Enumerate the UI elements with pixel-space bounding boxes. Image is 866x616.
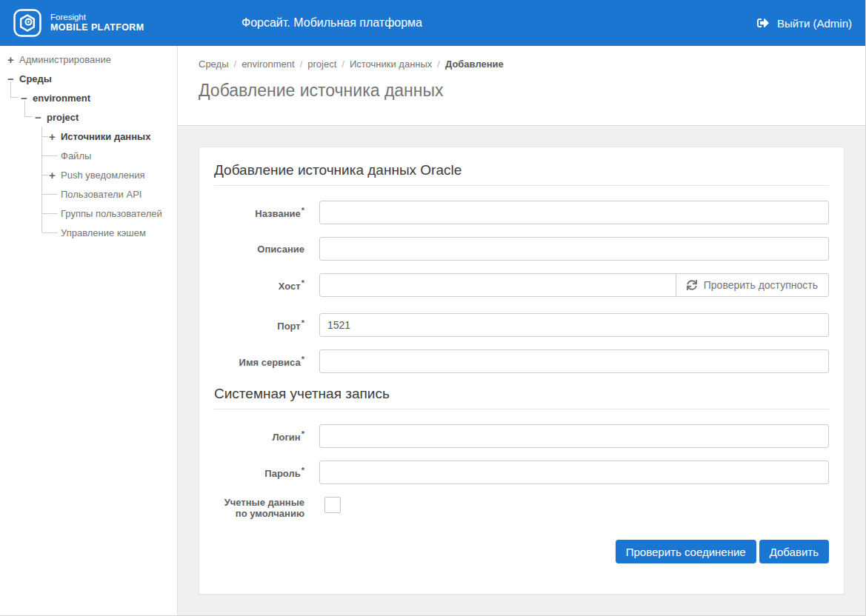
brand-line1: Foresight bbox=[50, 12, 144, 22]
form-row-service-name: Имя сервиса* bbox=[214, 349, 829, 373]
port-label: Порт* bbox=[214, 318, 304, 332]
form-row-name: Название* bbox=[214, 201, 829, 224]
sidebar: + Администрирование − Среды − environmen… bbox=[0, 46, 178, 615]
tree-item-label: Среды bbox=[19, 73, 52, 84]
breadcrumb-current: Добавление bbox=[445, 58, 504, 70]
tree-item-label: Управление кэшем bbox=[61, 227, 146, 238]
plus-icon[interactable]: + bbox=[49, 131, 61, 142]
required-asterisk: * bbox=[302, 355, 304, 364]
port-input[interactable] bbox=[319, 313, 829, 337]
tree-item-label: project bbox=[47, 112, 79, 123]
sidebar-item-files[interactable]: Файлы bbox=[0, 146, 177, 165]
app-window: Foresight MOBILE PLATFORM Форсайт. Мобил… bbox=[0, 0, 866, 616]
sidebar-item-user-groups[interactable]: Группы пользователей bbox=[0, 204, 177, 223]
sidebar-item-push-notifications[interactable]: + Push уведомления bbox=[0, 165, 177, 184]
password-label: Пароль* bbox=[214, 465, 304, 479]
test-connection-button[interactable]: Проверить соединение bbox=[616, 540, 756, 563]
add-datasource-form-card: Добавление источника данных Oracle Назва… bbox=[199, 147, 845, 595]
form-row-default-credentials: Учетные данные по умолчанию bbox=[214, 497, 829, 519]
login-input[interactable] bbox=[319, 424, 829, 448]
app-title: Форсайт. Мобильная платформа bbox=[242, 16, 422, 30]
foresight-logo-icon bbox=[13, 9, 41, 37]
sign-out-icon bbox=[757, 17, 769, 29]
breadcrumb-separator: / bbox=[437, 58, 440, 70]
breadcrumb-item[interactable]: Источники данных bbox=[350, 58, 432, 70]
check-availability-label: Проверить доступность bbox=[704, 279, 818, 291]
check-availability-button[interactable]: Проверить доступность bbox=[676, 273, 829, 297]
breadcrumb-separator: / bbox=[300, 58, 303, 70]
form-row-description: Описание bbox=[214, 237, 829, 261]
plus-icon[interactable]: + bbox=[49, 170, 61, 181]
page-title: Добавление источника данных bbox=[199, 81, 845, 101]
form-actions: Проверить соединение Добавить bbox=[214, 540, 829, 563]
content-body: Добавление источника данных Oracle Назва… bbox=[178, 126, 865, 615]
breadcrumb-separator: / bbox=[342, 58, 344, 70]
default-credentials-label: Учетные данные по умолчанию bbox=[214, 497, 304, 519]
form-row-password: Пароль* bbox=[214, 461, 829, 484]
name-input[interactable] bbox=[319, 201, 829, 224]
tree-connector bbox=[41, 223, 42, 232]
host-input-group: Проверить доступность bbox=[319, 273, 829, 297]
tree-item-label: Push уведомления bbox=[61, 170, 145, 181]
tree-item-label: environment bbox=[33, 93, 90, 104]
tree-connector bbox=[42, 155, 58, 156]
add-button[interactable]: Добавить bbox=[759, 540, 829, 563]
host-input[interactable] bbox=[319, 273, 676, 297]
app-header: Foresight MOBILE PLATFORM Форсайт. Мобил… bbox=[0, 0, 865, 46]
tree-connector bbox=[42, 232, 58, 233]
brand-line2: MOBILE PLATFORM bbox=[50, 22, 144, 34]
form-row-host: Хост* Проверить доступность bbox=[214, 273, 829, 297]
tree-item-label: Источники данных bbox=[61, 131, 150, 142]
required-asterisk: * bbox=[302, 429, 304, 438]
required-asterisk: * bbox=[302, 278, 304, 287]
breadcrumb-item[interactable]: project bbox=[307, 58, 336, 70]
minus-icon[interactable]: − bbox=[35, 112, 47, 123]
password-input[interactable] bbox=[319, 461, 829, 484]
form-section-title-oracle: Добавление источника данных Oracle bbox=[214, 162, 829, 186]
breadcrumb-item[interactable]: Среды bbox=[199, 58, 229, 70]
logout-button[interactable]: Выйти (Admin) bbox=[757, 17, 852, 30]
default-credentials-checkbox[interactable] bbox=[324, 497, 341, 513]
tree-item-label: Администрирование bbox=[19, 54, 111, 65]
breadcrumb-item[interactable]: environment bbox=[242, 58, 295, 70]
main-area: + Администрирование − Среды − environmen… bbox=[0, 46, 865, 615]
sidebar-item-cache-management[interactable]: Управление кэшем bbox=[0, 223, 177, 242]
sidebar-item-administration[interactable]: + Администрирование bbox=[0, 50, 177, 69]
required-asterisk: * bbox=[302, 466, 304, 475]
tree-item-label: Файлы bbox=[61, 150, 91, 161]
minus-icon[interactable]: − bbox=[7, 73, 19, 84]
brand: Foresight MOBILE PLATFORM bbox=[13, 9, 144, 37]
sidebar-item-project[interactable]: − project bbox=[0, 107, 177, 127]
sidebar-item-environments[interactable]: − Среды bbox=[0, 69, 177, 88]
tree-item-label: Пользователи API bbox=[61, 189, 141, 200]
login-label: Логин* bbox=[214, 429, 304, 443]
sidebar-item-data-sources[interactable]: + Источники данных bbox=[0, 127, 177, 146]
tree-item-label: Группы пользователей bbox=[61, 208, 162, 219]
required-asterisk: * bbox=[302, 206, 304, 215]
breadcrumb: Среды / environment / project / Источник… bbox=[199, 58, 845, 70]
service-name-label: Имя сервиса* bbox=[214, 354, 304, 368]
description-input[interactable] bbox=[319, 237, 829, 261]
logout-label: Выйти (Admin) bbox=[777, 17, 852, 30]
tree-connector bbox=[42, 175, 48, 175]
tree-connector bbox=[42, 136, 48, 137]
brand-text: Foresight MOBILE PLATFORM bbox=[50, 12, 144, 34]
required-asterisk: * bbox=[302, 318, 304, 327]
tree-connector bbox=[42, 194, 58, 195]
description-label: Описание bbox=[214, 244, 304, 255]
plus-icon[interactable]: + bbox=[7, 54, 19, 65]
tree-connector bbox=[42, 213, 58, 214]
minus-icon[interactable]: − bbox=[21, 93, 33, 104]
content-head: Среды / environment / project / Источник… bbox=[178, 46, 865, 126]
service-name-input[interactable] bbox=[319, 349, 829, 373]
name-label: Название* bbox=[214, 205, 304, 219]
form-section-title-system-account: Системная учетная запись bbox=[214, 386, 829, 409]
breadcrumb-separator: / bbox=[234, 58, 237, 70]
form-row-login: Логин* bbox=[214, 424, 829, 448]
host-label: Хост* bbox=[214, 278, 304, 292]
content: Среды / environment / project / Источник… bbox=[178, 46, 865, 615]
sidebar-item-api-users[interactable]: Пользователи API bbox=[0, 184, 177, 204]
refresh-icon bbox=[687, 280, 697, 290]
form-row-port: Порт* bbox=[214, 313, 829, 337]
